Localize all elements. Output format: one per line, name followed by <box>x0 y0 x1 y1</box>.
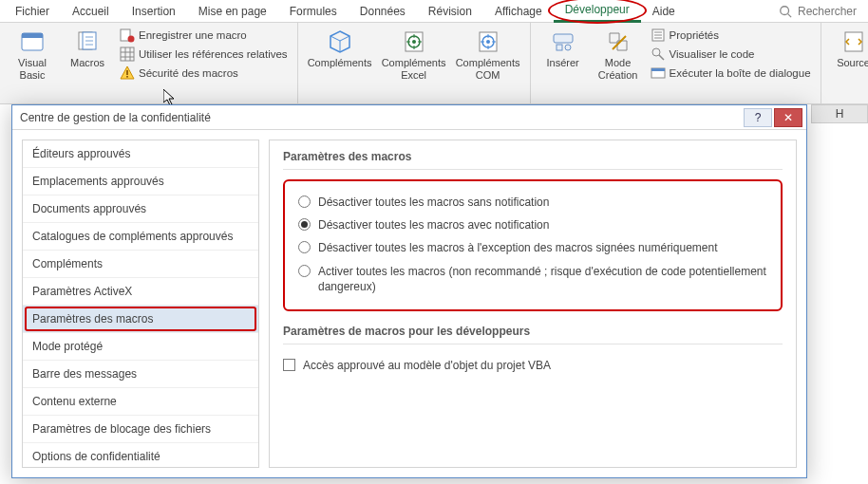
ribbon-group-addins: Compléments Compléments Excel Complément… <box>298 23 531 103</box>
sidebar-item-fileblock[interactable]: Paramètres de blocage des fichiers <box>23 416 258 443</box>
option-label: Désactiver toutes les macros sans notifi… <box>318 195 549 210</box>
com-addins-label: Compléments COM <box>456 57 520 81</box>
source-label: Source <box>837 57 868 69</box>
section-dev-macro-title: Paramètres de macros pour les développeu… <box>283 325 783 338</box>
svg-rect-11 <box>121 47 134 61</box>
record-macro-icon <box>120 28 135 43</box>
addins-label: Compléments <box>308 57 372 69</box>
dialog-title: Centre de gestion de la confidentialité <box>20 111 211 124</box>
design-mode-label: Mode Création <box>595 57 641 81</box>
macro-settings-options: Désactiver toutes les macros sans notifi… <box>283 179 783 311</box>
properties-button[interactable]: Propriétés <box>649 27 813 44</box>
search-icon <box>779 5 792 18</box>
tell-me-search[interactable]: Rechercher <box>779 5 864 18</box>
tab-file[interactable]: Fichier <box>4 1 61 22</box>
tab-data[interactable]: Données <box>349 1 417 22</box>
insert-control-label: Insérer <box>546 57 578 69</box>
option-disable-except-signed[interactable]: Désactiver toutes les macros à l'excepti… <box>298 236 767 259</box>
svg-rect-17 <box>126 70 128 75</box>
sidebar-item-activex[interactable]: Paramètres ActiveX <box>23 278 258 306</box>
tab-home[interactable]: Accueil <box>61 1 121 22</box>
use-relative-refs-button[interactable]: Utiliser les références relatives <box>118 46 290 63</box>
trust-vba-checkbox[interactable]: Accès approuvé au modèle d'objet du proj… <box>283 354 783 377</box>
svg-rect-49 <box>845 32 862 51</box>
excel-addins-icon <box>401 28 427 55</box>
view-code-icon <box>651 47 666 62</box>
svg-point-37 <box>565 45 571 50</box>
run-dialog-label: Exécuter la boîte de dialogue <box>670 67 811 79</box>
com-addins-icon <box>475 28 501 55</box>
ribbon-group-xml: Source Kits <box>821 23 868 103</box>
sidebar-item-addins[interactable]: Compléments <box>23 251 258 278</box>
sidebar-item-privacy[interactable]: Options de confidentialité <box>23 443 258 468</box>
tab-review[interactable]: Révision <box>417 1 483 22</box>
svg-point-45 <box>652 48 660 56</box>
visual-basic-icon <box>19 28 46 55</box>
column-header-h[interactable]: H <box>811 104 868 123</box>
svg-point-10 <box>128 36 135 43</box>
run-dialog-button[interactable]: Exécuter la boîte de dialogue <box>649 65 813 82</box>
svg-point-23 <box>412 40 416 44</box>
run-dialog-icon <box>651 65 666 81</box>
option-enable-all[interactable]: Activer toutes les macros (non recommand… <box>298 260 767 298</box>
insert-control-button[interactable]: Insérer <box>538 27 588 71</box>
close-button[interactable]: ✕ <box>774 108 802 127</box>
source-button[interactable]: Source <box>829 27 868 71</box>
design-mode-icon <box>605 28 632 55</box>
option-label: Désactiver toutes les macros avec notifi… <box>318 217 549 233</box>
com-addins-button[interactable]: Compléments COM <box>454 27 522 83</box>
ribbon-tabs: Fichier Accueil Insertion Mise en page F… <box>0 0 868 23</box>
addins-button[interactable]: Compléments <box>306 27 374 71</box>
dialog-titlebar[interactable]: Centre de gestion de la confidentialité … <box>12 105 806 130</box>
tab-developer[interactable]: Développeur <box>554 0 641 23</box>
option-label: Désactiver toutes les macros à l'excepti… <box>318 240 718 255</box>
svg-point-30 <box>486 40 490 44</box>
sidebar-item-catalogs[interactable]: Catalogues de compléments approuvés <box>23 223 258 251</box>
macros-label: Macros <box>70 57 104 69</box>
tab-insert[interactable]: Insertion <box>121 1 187 22</box>
tab-help[interactable]: Aide <box>641 1 687 22</box>
record-macro-button[interactable]: Enregistrer une macro <box>118 27 290 44</box>
trust-center-dialog: Centre de gestion de la confidentialité … <box>11 104 807 478</box>
sheet-background: H <box>811 104 868 484</box>
radio-icon <box>298 241 311 253</box>
record-macro-label: Enregistrer une macro <box>139 29 247 41</box>
tab-view[interactable]: Affichage <box>483 1 554 22</box>
properties-icon <box>651 28 666 43</box>
tab-formulas[interactable]: Formules <box>278 1 349 22</box>
relative-refs-icon <box>120 47 135 62</box>
relative-refs-label: Utiliser les références relatives <box>139 48 288 60</box>
excel-addins-button[interactable]: Compléments Excel <box>380 27 448 83</box>
sidebar-item-external[interactable]: Contenu externe <box>23 388 258 416</box>
ribbon-group-controls: Insérer Mode Création Propriétés <box>531 23 821 103</box>
visual-basic-label: Visual Basic <box>9 57 55 81</box>
radio-icon <box>298 195 311 208</box>
properties-label: Propriétés <box>670 29 719 41</box>
checkbox-icon <box>283 359 295 371</box>
macro-security-button[interactable]: Sécurité des macros <box>118 65 290 82</box>
sidebar-item-macros[interactable]: Paramètres des macros <box>23 306 258 333</box>
ribbon-body: Visual Basic Macros Enregistrer une macr… <box>0 23 868 104</box>
option-disable-no-notify[interactable]: Désactiver toutes les macros sans notifi… <box>298 191 767 214</box>
sidebar-item-publishers[interactable]: Éditeurs approuvés <box>23 140 258 168</box>
svg-rect-48 <box>651 68 665 71</box>
option-disable-with-notify[interactable]: Désactiver toutes les macros avec notifi… <box>298 214 767 236</box>
visual-basic-button[interactable]: Visual Basic <box>8 27 57 83</box>
svg-rect-36 <box>557 45 562 50</box>
help-button[interactable]: ? <box>744 108 772 127</box>
radio-icon <box>298 265 311 277</box>
addins-icon <box>327 28 353 55</box>
trust-center-main: Paramètres des macros Désactiver toutes … <box>269 140 797 468</box>
sidebar-item-documents[interactable]: Documents approuvés <box>23 195 258 223</box>
tab-layout[interactable]: Mise en page <box>187 1 278 22</box>
sidebar-item-locations[interactable]: Emplacements approuvés <box>23 168 258 195</box>
radio-icon <box>298 218 311 231</box>
insert-control-icon <box>550 28 576 55</box>
sidebar-item-protected[interactable]: Mode protégé <box>23 333 258 361</box>
design-mode-button[interactable]: Mode Création <box>594 27 643 83</box>
sidebar-item-msgbar[interactable]: Barre des messages <box>23 361 258 388</box>
svg-rect-3 <box>22 33 43 38</box>
view-code-button[interactable]: Visualiser le code <box>649 46 813 63</box>
macros-icon <box>74 28 101 55</box>
macros-button[interactable]: Macros <box>63 27 112 71</box>
